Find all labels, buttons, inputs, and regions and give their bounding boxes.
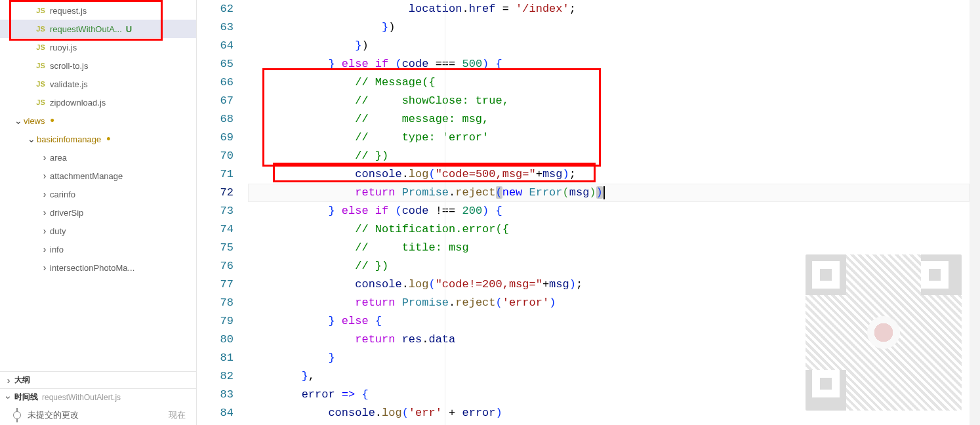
- token-fn: log: [409, 168, 429, 180]
- file-label: validate.js: [50, 79, 88, 89]
- token-cmt: // }): [355, 150, 388, 162]
- js-file-icon: JS: [34, 98, 47, 106]
- token-brkt2: ): [589, 186, 596, 199]
- tree-item-area[interactable]: ›area: [0, 148, 196, 167]
- token-brkt: {: [496, 205, 502, 217]
- token-fn: reject: [455, 296, 495, 309]
- code-line[interactable]: location.href = '/index';: [248, 0, 970, 18]
- line-number: 77: [197, 275, 234, 294]
- token-brkt: (: [496, 296, 502, 309]
- token-punc: [489, 205, 495, 217]
- tree-item-driversip[interactable]: ›driverSip: [0, 203, 196, 222]
- code-line[interactable]: return Promise.reject(new Error(msg)): [248, 184, 970, 202]
- folder-label: area: [50, 153, 67, 163]
- code-line[interactable]: console.log("code=500,msg="+msg);: [248, 165, 970, 184]
- token-id: res: [402, 333, 422, 346]
- token-brkt-h: ): [596, 186, 603, 199]
- token-punc: .: [449, 296, 455, 309]
- token-punc: [395, 186, 401, 199]
- token-punc: ;: [569, 168, 576, 180]
- token-kw2: if: [375, 205, 388, 217]
- line-number: 78: [197, 294, 234, 312]
- minimap[interactable]: [970, 0, 980, 425]
- tree-item-carinfo[interactable]: ›carinfo: [0, 185, 196, 203]
- tree-item-requestwithouta-[interactable]: JSrequestWithOutA...U: [0, 20, 196, 38]
- qr-watermark: [806, 254, 962, 411]
- token-brkt: (: [428, 278, 435, 291]
- code-line[interactable]: // }): [248, 147, 970, 165]
- chevron-down-icon: ⌄: [13, 115, 24, 126]
- token-brkt: }: [328, 205, 335, 217]
- js-file-icon: JS: [34, 43, 47, 51]
- tree-item-zipdownload-js[interactable]: JSzipdownload.js: [0, 93, 196, 111]
- js-file-icon: JS: [34, 80, 47, 88]
- tree-item-ruoyi-js[interactable]: JSruoyi.js: [0, 38, 196, 56]
- line-number: 64: [197, 37, 234, 55]
- token-punc: [355, 388, 361, 401]
- file-tree[interactable]: JSrequest.jsJSrequestWithOutA...UJSruoyi…: [0, 0, 196, 371]
- tree-item-attachmentmanage[interactable]: ›attachmentManage: [0, 167, 196, 185]
- token-str: 'error': [502, 296, 549, 309]
- outline-section-header[interactable]: › 大纲: [0, 371, 196, 388]
- token-num: 200: [462, 205, 482, 217]
- token-punc: +: [536, 168, 542, 180]
- token-id: msg: [549, 278, 569, 291]
- token-punc: [369, 205, 375, 217]
- token-punc: [335, 315, 342, 327]
- code-line[interactable]: } else if (code !== 200) {: [248, 202, 970, 220]
- timeline-section-header[interactable]: › 时间线 requestWithOutAlert.js: [0, 388, 196, 405]
- tree-item-scroll-to-js[interactable]: JSscroll-to.js: [0, 56, 196, 75]
- token-cls: Promise: [402, 186, 449, 199]
- token-id: code: [402, 205, 429, 217]
- tree-item-views[interactable]: ⌄views•: [0, 111, 196, 130]
- tree-item-basicinfomanage[interactable]: ⌄basicinfomanage•: [0, 130, 196, 148]
- folder-label: attachmentManage: [50, 171, 123, 181]
- file-label: scroll-to.js: [50, 61, 89, 71]
- line-number: 75: [197, 239, 234, 257]
- token-fn: log: [382, 407, 402, 419]
- line-number: 69: [197, 129, 234, 147]
- chevron-right-icon: ›: [39, 244, 50, 254]
- file-label: zipdownload.js: [50, 98, 106, 108]
- line-number: 63: [197, 18, 234, 37]
- tree-item-request-js[interactable]: JSrequest.js: [0, 1, 196, 20]
- token-cls: Error: [529, 186, 563, 199]
- chevron-down-icon: ›: [3, 392, 14, 403]
- token-brkt: }: [328, 352, 335, 364]
- code-line[interactable]: // message: msg,: [248, 110, 970, 129]
- chevron-right-icon: ›: [39, 262, 50, 273]
- token-cmt: // message: msg,: [355, 113, 489, 125]
- token-kw: new: [502, 186, 523, 199]
- tree-item-validate-js[interactable]: JSvalidate.js: [0, 75, 196, 93]
- code-line[interactable]: // type: 'error': [248, 129, 970, 147]
- token-brkt: {: [496, 58, 502, 70]
- line-number: 71: [197, 165, 234, 184]
- token-brkt: }: [328, 315, 335, 327]
- code-line[interactable]: // Notification.error({: [248, 220, 970, 239]
- token-punc: ): [388, 21, 395, 33]
- tree-item-intersectionphotoma-[interactable]: ›intersectionPhotoMa...: [0, 258, 196, 277]
- code-line[interactable]: } else if (code === 500) {: [248, 55, 970, 73]
- line-number: 66: [197, 73, 234, 92]
- tree-item-duty[interactable]: ›duty: [0, 222, 196, 240]
- token-punc: .: [422, 333, 428, 346]
- line-number-gutter: 6263646566676869707172737475767778798081…: [197, 0, 248, 425]
- line-number: 72: [197, 184, 234, 202]
- tree-item-info[interactable]: ›info: [0, 240, 196, 258]
- code-line[interactable]: }): [248, 37, 970, 55]
- token-cmt: // showClose: true,: [355, 94, 509, 107]
- folder-label: views: [24, 116, 45, 126]
- token-fn: reject: [455, 186, 495, 199]
- token-punc: [522, 186, 529, 199]
- token-brkt-h: (: [496, 186, 502, 199]
- token-kw2: return: [355, 296, 395, 309]
- code-line[interactable]: }): [248, 18, 970, 37]
- token-brkt: ): [482, 58, 489, 70]
- timeline-entry[interactable]: 未提交的更改 现在: [0, 405, 196, 425]
- timeline-when: 现在: [169, 409, 186, 421]
- token-brkt: ): [563, 168, 569, 180]
- line-number: 76: [197, 257, 234, 275]
- code-line[interactable]: // Message({: [248, 73, 970, 92]
- token-brkt: (: [395, 58, 401, 70]
- code-line[interactable]: // showClose: true,: [248, 92, 970, 110]
